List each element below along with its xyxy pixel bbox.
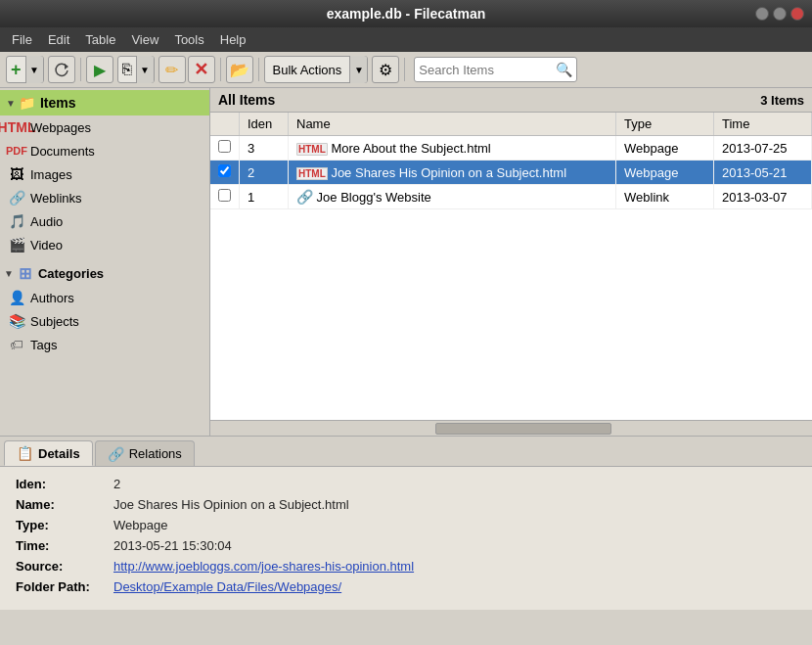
folderpath-link[interactable]: Desktop/Example Data/Files/Webpages/: [113, 579, 341, 594]
items-table: Iden Name Type Time 3 HTML More About th…: [210, 113, 812, 209]
sidebar-item-authors[interactable]: 👤 Authors: [0, 286, 209, 309]
separator-1: [80, 58, 81, 81]
row-type: Webpage: [616, 136, 714, 161]
sidebar-section-categories[interactable]: ▼ ⊞ Categories: [0, 260, 209, 286]
detail-row-name: Name: Joe Shares His Opinion on a Subjec…: [16, 497, 796, 512]
search-box[interactable]: 🔍: [414, 57, 577, 82]
images-icon: 🖼: [8, 165, 25, 183]
window-controls: [755, 7, 804, 21]
tab-details[interactable]: 📋 Details: [4, 440, 93, 466]
bottom-tabs: 📋 Details 🔗 Relations: [0, 436, 812, 466]
items-count: 3 Items: [760, 93, 804, 108]
edit-button[interactable]: ✏: [158, 56, 186, 83]
svg-marker-0: [65, 64, 68, 69]
settings-button[interactable]: ⚙: [372, 56, 399, 83]
detail-row-time: Time: 2013-05-21 15:30:04: [16, 538, 796, 553]
col-type[interactable]: Type: [616, 113, 714, 136]
content-panel: All Items 3 Items Iden Name Type Time: [210, 88, 812, 436]
row-type: Webpage: [616, 161, 714, 185]
sidebar-item-subjects[interactable]: 📚 Subjects: [0, 309, 209, 333]
weblinks-icon: 🔗: [8, 189, 25, 207]
content-header: All Items 3 Items: [210, 88, 812, 113]
sidebar-item-webpages[interactable]: HTML Webpages: [0, 115, 209, 139]
audio-icon: 🎵: [8, 212, 25, 230]
details-panel: Iden: 2 Name: Joe Shares His Opinion on …: [0, 466, 812, 610]
detail-row-iden: Iden: 2: [16, 477, 796, 491]
col-name[interactable]: Name: [289, 113, 616, 136]
row-time: 2013-03-07: [714, 185, 812, 209]
maximize-button[interactable]: [773, 7, 787, 21]
categories-icon: ⊞: [17, 264, 34, 282]
sidebar-item-weblinks[interactable]: 🔗 Weblinks: [0, 186, 209, 209]
row-checkbox[interactable]: [210, 136, 240, 161]
menu-file[interactable]: File: [4, 29, 40, 50]
table-row[interactable]: 2 HTML Joe Shares His Opinion on a Subje…: [210, 161, 812, 185]
items-triangle-icon: ▼: [6, 98, 16, 109]
window-title: example.db - Filecatman: [327, 6, 486, 22]
minimize-button[interactable]: [755, 7, 769, 21]
tab-relations[interactable]: 🔗 Relations: [95, 440, 195, 466]
iden-label: Iden:: [16, 477, 113, 491]
open-folder-button[interactable]: 📂: [226, 56, 253, 83]
menu-help[interactable]: Help: [212, 29, 254, 50]
main-area: ▼ 📁 Items HTML Webpages PDF Documents 🖼 …: [0, 88, 812, 436]
row-time: 2013-05-21: [714, 161, 812, 185]
add-button[interactable]: + ▼: [6, 56, 44, 83]
sidebar-item-images[interactable]: 🖼 Images: [0, 162, 209, 186]
table-row[interactable]: 3 HTML More About the Subject.html Webpa…: [210, 136, 812, 161]
sidebar-item-video[interactable]: 🎬 Video: [0, 233, 209, 256]
sidebar-section-items[interactable]: ▼ 📁 Items: [0, 90, 209, 115]
tags-icon: 🏷: [8, 336, 25, 353]
menu-view[interactable]: View: [123, 29, 166, 50]
relations-tab-icon: 🔗: [108, 446, 124, 462]
search-icon[interactable]: 🔍: [556, 62, 572, 77]
col-time[interactable]: Time: [714, 113, 812, 136]
row-time: 2013-07-25: [714, 136, 812, 161]
sidebar-item-audio[interactable]: 🎵 Audio: [0, 209, 209, 233]
delete-button[interactable]: ✕: [188, 56, 215, 83]
sidebar-item-documents[interactable]: PDF Documents: [0, 139, 209, 162]
source-link[interactable]: http://www.joebloggs.com/joe-shares-his-…: [113, 559, 414, 574]
search-input[interactable]: [419, 63, 556, 77]
time-label: Time:: [16, 538, 113, 553]
separator-4: [404, 58, 405, 81]
horizontal-scrollbar[interactable]: [210, 420, 812, 436]
menu-table[interactable]: Table: [77, 29, 123, 50]
detail-row-type: Type: Webpage: [16, 518, 796, 532]
row-checkbox[interactable]: [210, 161, 240, 185]
sidebar-item-tags[interactable]: 🏷 Tags: [0, 333, 209, 356]
separator-2: [220, 58, 221, 81]
detail-row-folderpath: Folder Path: Desktop/Example Data/Files/…: [16, 579, 796, 594]
col-iden[interactable]: Iden: [240, 113, 289, 136]
refresh-button[interactable]: [48, 56, 75, 83]
row-iden: 3: [240, 136, 289, 161]
menu-edit[interactable]: Edit: [40, 29, 77, 50]
webpages-icon: HTML: [8, 118, 25, 136]
copy-button[interactable]: ⎘ ▼: [117, 56, 155, 83]
table-row[interactable]: 1 🔗 Joe Blogg's Website Weblink 2013-03-…: [210, 185, 812, 209]
row-file-icon: 🔗: [296, 190, 313, 205]
menu-bar: File Edit Table View Tools Help: [0, 27, 812, 52]
toolbar: + ▼ ▶ ⎘ ▼ ✏ ✕ 📂 Bulk Actions ▼ ⚙: [0, 52, 812, 88]
menu-tools[interactable]: Tools: [166, 29, 211, 50]
documents-icon: PDF: [8, 142, 25, 160]
close-button[interactable]: [790, 7, 804, 21]
bulk-actions-dropdown[interactable]: Bulk Actions ▼: [264, 56, 369, 83]
row-checkbox[interactable]: [210, 185, 240, 209]
play-button[interactable]: ▶: [86, 56, 113, 83]
time-value: 2013-05-21 15:30:04: [113, 538, 232, 553]
type-value: Webpage: [113, 518, 167, 532]
scroll-thumb[interactable]: [435, 423, 611, 435]
col-check: [210, 113, 240, 136]
categories-triangle-icon: ▼: [4, 268, 14, 279]
subjects-icon: 📚: [8, 312, 25, 330]
items-folder-icon: 📁: [19, 94, 36, 112]
row-name: HTML More About the Subject.html: [289, 136, 616, 161]
bulk-actions-arrow[interactable]: ▼: [349, 56, 367, 83]
table-header-row: Iden Name Type Time: [210, 113, 812, 136]
sidebar: ▼ 📁 Items HTML Webpages PDF Documents 🖼 …: [0, 88, 210, 436]
name-label: Name:: [16, 497, 113, 512]
source-label: Source:: [16, 559, 113, 574]
row-file-icon: HTML: [296, 141, 328, 156]
authors-icon: 👤: [8, 289, 25, 306]
